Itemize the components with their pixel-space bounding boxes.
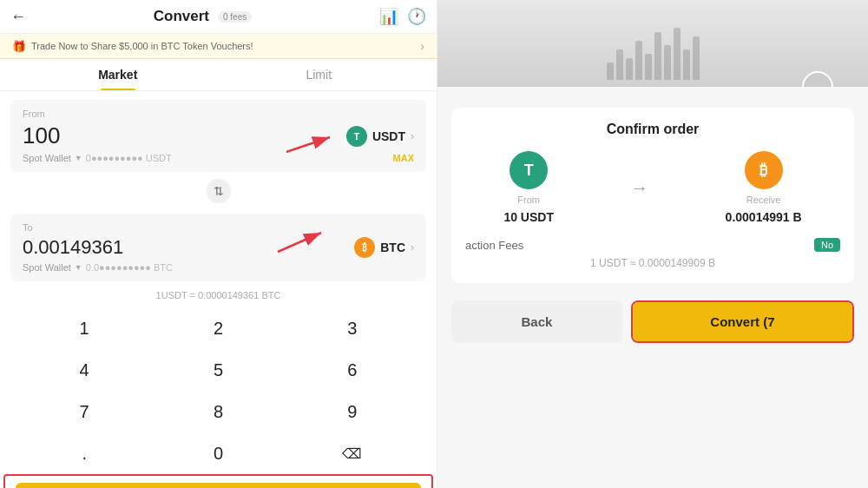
promo-banner[interactable]: 🎁 Trade Now to Share $5,000 in BTC Token… [0, 34, 437, 59]
numpad-key-dot[interactable]: . [17, 432, 151, 474]
to-currency-chevron-icon: › [411, 241, 414, 254]
to-currency-selector[interactable]: ₿ BTC › [354, 237, 414, 258]
confirm-from-amount: 10 USDT [503, 210, 554, 224]
right-panel: Confirm order T From 10 USDT → ₿ Receive… [437, 0, 868, 488]
btc-icon: ₿ [354, 237, 375, 258]
numpad-key-4[interactable]: 4 [17, 349, 151, 391]
confirm-title: Confirm order [465, 122, 840, 137]
to-currency-name: BTC [380, 241, 405, 254]
confirm-from-currency: T From 10 USDT [503, 151, 554, 224]
to-section: To 0.00149361 ₿ BTC › Spot Wallet ▼ 0.0●… [10, 214, 426, 281]
back-button[interactable]: Back [451, 300, 622, 343]
numpad-key-3[interactable]: 3 [286, 307, 419, 349]
avatar [802, 71, 833, 87]
promo-text: Trade Now to Share $5,000 in BTC Token V… [31, 41, 253, 51]
header: ← Convert 0 fees 📊 🕐 [0, 0, 437, 34]
to-amount-display: 0.00149361 [23, 236, 179, 259]
left-panel: ← Convert 0 fees 📊 🕐 🎁 Trade Now to Shar… [0, 0, 437, 488]
to-wallet-balance: 0.0●●●●●●●●● BTC [86, 262, 173, 273]
back-button[interactable]: ← [10, 8, 26, 26]
to-label: To [23, 222, 414, 233]
from-amount-input[interactable] [23, 122, 179, 149]
from-label: From [23, 109, 414, 119]
numpad-key-9[interactable]: 9 [286, 391, 419, 432]
from-section: From T USDT › Spot Wallet ▼ 0●●●●●●●●● U… [10, 100, 426, 172]
from-currency-name: USDT [372, 129, 405, 143]
confirm-receive-label: Receive [746, 195, 781, 205]
from-currency-selector[interactable]: T USDT › [346, 126, 414, 147]
rate-display: 1USDT = 0.0000149361 BTC [0, 290, 437, 300]
confirm-receive-amount: 0.00014991 B [726, 210, 802, 224]
confirm-from-label: From [517, 195, 540, 205]
history-icon[interactable]: 🕐 [407, 7, 426, 26]
promo-arrow-icon: › [420, 39, 424, 53]
convert-button[interactable]: Convert (7 [633, 302, 852, 341]
numpad-key-7[interactable]: 7 [17, 391, 151, 432]
tabs: Market Limit [0, 59, 437, 91]
usdt-icon: T [346, 126, 367, 147]
confirm-rate: 1 USDT ≈ 0.0000149909 B [465, 257, 840, 269]
no-fee-badge: No [814, 238, 840, 252]
numpad-key-8[interactable]: 8 [151, 391, 285, 432]
chart-icon[interactable]: 📊 [379, 7, 398, 26]
confirm-arrow-icon: → [631, 178, 648, 198]
numpad-key-0[interactable]: 0 [151, 432, 285, 474]
preview-conversion-button[interactable]: Preview Conversion [16, 483, 421, 488]
max-button[interactable]: MAX [393, 153, 414, 163]
numpad: 1 2 3 4 5 6 7 8 9 . 0 ⌫ [0, 307, 437, 474]
to-wallet-label[interactable]: Spot Wallet ▼ 0.0●●●●●●●●● BTC [23, 262, 173, 273]
numpad-key-6[interactable]: 6 [286, 349, 419, 391]
swap-button[interactable]: ⇅ [207, 179, 231, 203]
from-wallet-balance: 0●●●●●●●●● USDT [86, 153, 172, 163]
numpad-key-5[interactable]: 5 [151, 349, 285, 391]
from-currency-chevron-icon: › [411, 130, 414, 142]
promo-icon: 🎁 [12, 40, 26, 53]
tab-limit[interactable]: Limit [219, 59, 420, 90]
action-buttons: Back Convert (7 [451, 300, 854, 343]
numpad-key-2[interactable]: 2 [151, 307, 285, 349]
fees-label: action Fees [465, 239, 523, 252]
page-title: Convert [154, 8, 209, 25]
from-wallet-label[interactable]: Spot Wallet ▼ 0●●●●●●●●● USDT [23, 153, 172, 163]
confirm-order-section: Confirm order T From 10 USDT → ₿ Receive… [451, 108, 854, 283]
confirm-btc-icon: ₿ [745, 151, 783, 189]
chart-area [437, 0, 868, 87]
fees-badge: 0 fees [218, 11, 252, 23]
numpad-key-backspace[interactable]: ⌫ [286, 432, 419, 474]
numpad-key-1[interactable]: 1 [17, 307, 151, 349]
confirm-usdt-icon: T [510, 151, 548, 189]
tab-market[interactable]: Market [17, 59, 219, 90]
confirm-receive-currency: ₿ Receive 0.00014991 B [726, 151, 802, 224]
